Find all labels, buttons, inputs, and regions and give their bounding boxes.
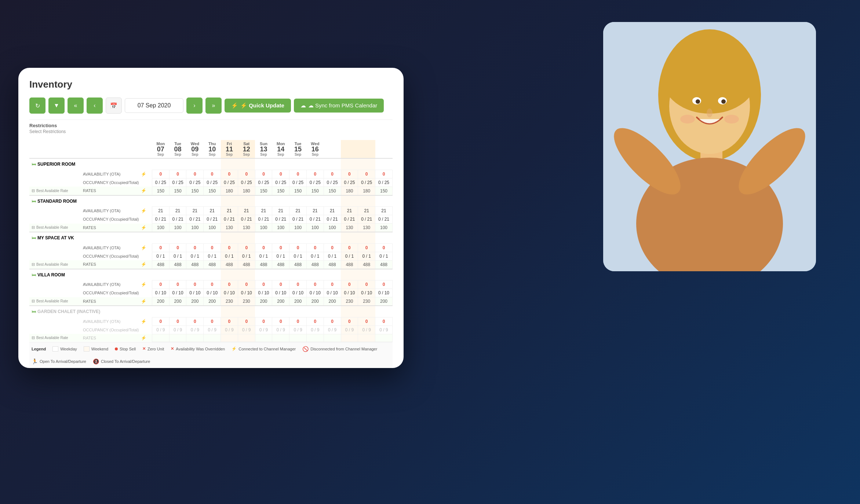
rate-cell-0-8[interactable]: 150 [289, 187, 307, 195]
sync-button[interactable]: ☁ ☁ Sync from PMS Calendar [294, 99, 384, 113]
avail-cell-4-9[interactable]: 0 [306, 317, 324, 325]
occ-cell-4-8[interactable]: 0 / 9 [289, 325, 307, 334]
rate-cell-1-3[interactable]: 100 [204, 224, 221, 232]
avail-cell-3-11[interactable]: 0 [341, 280, 358, 289]
occ-cell-1-7[interactable]: 0 / 21 [272, 215, 289, 224]
collapse-icon[interactable]: ⊟ [32, 335, 35, 340]
rate-cell-3-8[interactable]: 200 [289, 297, 307, 306]
prev-button[interactable]: ‹ [87, 98, 103, 114]
occ-cell-2-3[interactable]: 0 / 1 [204, 252, 221, 260]
occ-cell-1-11[interactable]: 0 / 21 [341, 215, 358, 224]
avail-cell-1-4[interactable]: 21 [221, 207, 238, 215]
occ-cell-0-2[interactable]: 0 / 25 [186, 178, 204, 187]
occ-cell-3-11[interactable]: 0 / 10 [341, 289, 358, 297]
occ-cell-0-6[interactable]: 0 / 25 [255, 178, 272, 187]
avail-cell-2-1[interactable]: 0 [169, 243, 186, 252]
avail-cell-0-9[interactable]: 0 [306, 170, 324, 178]
rate-cell-2-0[interactable]: 488 [152, 260, 169, 269]
avail-cell-2-12[interactable]: 0 [358, 243, 375, 252]
occ-cell-2-13[interactable]: 0 / 1 [375, 252, 393, 260]
rate-cell-3-5[interactable]: 230 [238, 297, 255, 306]
rate-cell-1-13[interactable]: 100 [375, 224, 393, 232]
rate-cell-4-3[interactable] [204, 334, 221, 342]
rate-cell-4-1[interactable] [169, 334, 186, 342]
avail-cell-3-1[interactable]: 0 [169, 280, 186, 289]
rate-cell-0-7[interactable]: 150 [272, 187, 289, 195]
rate-cell-0-3[interactable]: 150 [204, 187, 221, 195]
occ-cell-3-4[interactable]: 0 / 10 [221, 289, 238, 297]
rate-cell-1-1[interactable]: 100 [169, 224, 186, 232]
avail-cell-1-0[interactable]: 21 [152, 207, 169, 215]
rate-cell-3-11[interactable]: 230 [341, 297, 358, 306]
avail-cell-1-2[interactable]: 21 [186, 207, 204, 215]
occ-cell-3-1[interactable]: 0 / 10 [169, 289, 186, 297]
occ-cell-4-6[interactable]: 0 / 9 [255, 325, 272, 334]
rate-cell-0-9[interactable]: 150 [306, 187, 324, 195]
avail-cell-4-3[interactable]: 0 [204, 317, 221, 325]
occ-cell-1-9[interactable]: 0 / 21 [306, 215, 324, 224]
avail-cell-2-0[interactable]: 0 [152, 243, 169, 252]
avail-cell-3-5[interactable]: 0 [238, 280, 255, 289]
avail-cell-4-4[interactable]: 0 [221, 317, 238, 325]
collapse-icon[interactable]: ⊟ [32, 299, 35, 303]
avail-cell-3-4[interactable]: 0 [221, 280, 238, 289]
avail-cell-2-8[interactable]: 0 [289, 243, 307, 252]
rate-cell-2-13[interactable]: 488 [375, 260, 393, 269]
avail-cell-3-0[interactable]: 0 [152, 280, 169, 289]
next-next-button[interactable]: » [205, 98, 222, 114]
avail-cell-1-5[interactable]: 21 [238, 207, 255, 215]
occ-cell-2-9[interactable]: 0 / 1 [306, 252, 324, 260]
occ-cell-1-12[interactable]: 0 / 21 [358, 215, 375, 224]
occ-cell-4-0[interactable]: 0 / 9 [152, 325, 169, 334]
occ-cell-0-4[interactable]: 0 / 25 [221, 178, 238, 187]
occ-cell-0-1[interactable]: 0 / 25 [169, 178, 186, 187]
rate-cell-1-8[interactable]: 100 [289, 224, 307, 232]
occ-cell-4-10[interactable]: 0 / 9 [324, 325, 341, 334]
occ-cell-0-8[interactable]: 0 / 25 [289, 178, 307, 187]
avail-cell-1-12[interactable]: 21 [358, 207, 375, 215]
rate-cell-4-7[interactable] [272, 334, 289, 342]
rate-cell-2-11[interactable]: 488 [341, 260, 358, 269]
rate-cell-2-1[interactable]: 488 [169, 260, 186, 269]
occ-cell-2-0[interactable]: 0 / 1 [152, 252, 169, 260]
occ-cell-4-1[interactable]: 0 / 9 [169, 325, 186, 334]
rate-cell-1-12[interactable]: 130 [358, 224, 375, 232]
rate-cell-3-13[interactable]: 200 [375, 297, 393, 306]
select-restrictions[interactable]: Select Restrictions [29, 129, 393, 134]
collapse-icon[interactable]: ⊟ [32, 225, 35, 229]
occ-cell-0-11[interactable]: 0 / 25 [341, 178, 358, 187]
rate-cell-2-9[interactable]: 488 [306, 260, 324, 269]
rate-cell-3-7[interactable]: 200 [272, 297, 289, 306]
occ-cell-4-4[interactable]: 0 / 9 [221, 325, 238, 334]
avail-cell-3-7[interactable]: 0 [272, 280, 289, 289]
avail-cell-3-6[interactable]: 0 [255, 280, 272, 289]
rate-cell-2-4[interactable]: 488 [221, 260, 238, 269]
rate-cell-1-11[interactable]: 130 [341, 224, 358, 232]
occ-cell-3-0[interactable]: 0 / 10 [152, 289, 169, 297]
occ-cell-0-12[interactable]: 0 / 25 [358, 178, 375, 187]
rate-cell-2-10[interactable]: 488 [324, 260, 341, 269]
occ-cell-1-8[interactable]: 0 / 21 [289, 215, 307, 224]
avail-cell-1-6[interactable]: 21 [255, 207, 272, 215]
avail-cell-2-2[interactable]: 0 [186, 243, 204, 252]
avail-cell-4-0[interactable]: 0 [152, 317, 169, 325]
avail-cell-1-9[interactable]: 21 [306, 207, 324, 215]
rate-cell-3-12[interactable]: 230 [358, 297, 375, 306]
occ-cell-1-10[interactable]: 0 / 21 [324, 215, 341, 224]
occ-cell-3-13[interactable]: 0 / 10 [375, 289, 393, 297]
avail-cell-0-0[interactable]: 0 [152, 170, 169, 178]
rate-cell-1-9[interactable]: 100 [306, 224, 324, 232]
occ-cell-1-6[interactable]: 0 / 21 [255, 215, 272, 224]
occ-cell-3-10[interactable]: 0 / 10 [324, 289, 341, 297]
calendar-icon-button[interactable]: 📅 [106, 98, 122, 114]
rate-cell-4-12[interactable] [358, 334, 375, 342]
rate-cell-3-1[interactable]: 200 [169, 297, 186, 306]
refresh-button[interactable]: ↻ [29, 98, 45, 114]
occ-cell-2-10[interactable]: 0 / 1 [324, 252, 341, 260]
avail-cell-4-10[interactable]: 0 [324, 317, 341, 325]
rate-cell-4-13[interactable] [375, 334, 393, 342]
occ-cell-4-2[interactable]: 0 / 9 [186, 325, 204, 334]
rate-cell-0-5[interactable]: 180 [238, 187, 255, 195]
rate-cell-4-5[interactable] [238, 334, 255, 342]
rate-cell-1-6[interactable]: 100 [255, 224, 272, 232]
